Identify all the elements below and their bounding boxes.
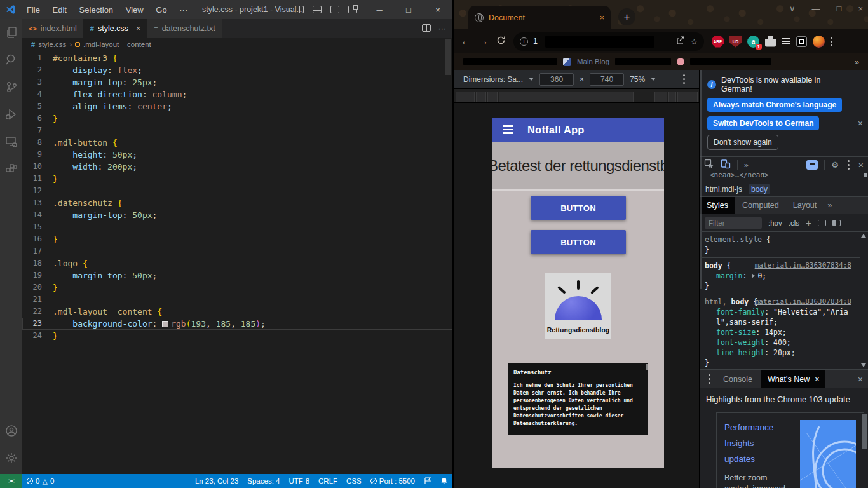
remote-explorer-icon[interactable] xyxy=(4,135,18,151)
app-button-1[interactable]: BUTTON xyxy=(531,196,626,220)
drawer-menu-icon[interactable] xyxy=(709,378,710,380)
device-zoom-select[interactable]: 75% xyxy=(630,75,645,84)
new-tab-button[interactable]: + xyxy=(618,8,635,25)
menu-more[interactable]: ··· xyxy=(174,5,193,15)
minimize-button[interactable]: — xyxy=(812,4,820,13)
menu-edit[interactable]: Edit xyxy=(48,5,72,15)
bookmark-main-blog[interactable]: Main Blog xyxy=(577,58,609,65)
tab-whats-new[interactable]: What's New × xyxy=(761,370,826,388)
tab-layout[interactable]: Layout xyxy=(786,197,824,214)
tab-close-icon[interactable]: × xyxy=(600,13,604,22)
toggle-hover-button[interactable]: :hov xyxy=(768,219,782,227)
styles-filter-input[interactable] xyxy=(705,217,762,229)
tab-close-icon[interactable]: × xyxy=(136,24,140,33)
code-line[interactable]: 21 xyxy=(22,294,452,306)
close-button[interactable]: × xyxy=(858,4,863,13)
devtools-more-icon[interactable] xyxy=(848,164,850,166)
code-line[interactable]: 7 xyxy=(22,125,452,137)
hamburger-menu-icon[interactable] xyxy=(503,125,513,134)
code-line[interactable]: 12 xyxy=(22,185,452,197)
adblock-plus-icon[interactable]: ABP xyxy=(712,36,724,48)
browser-logo-icon[interactable] xyxy=(813,36,825,48)
problems-status[interactable]: 0 △ 0 xyxy=(22,477,58,485)
indentation[interactable]: Spaces: 4 xyxy=(243,477,284,485)
css-rule[interactable]: material.in…836307834:8html, body {font-… xyxy=(700,294,860,369)
run-debug-icon[interactable] xyxy=(4,107,18,124)
feedback-icon[interactable] xyxy=(419,477,436,485)
forward-icon[interactable]: → xyxy=(478,36,489,47)
more-tabs-icon[interactable]: » xyxy=(744,161,749,170)
bookmark-star-icon[interactable]: ☆ xyxy=(691,37,698,46)
bookmarks-overflow-icon[interactable]: » xyxy=(855,57,859,67)
code-line[interactable]: 1#container3 { xyxy=(22,52,452,64)
code-line[interactable]: 19 margin-top: 50px; xyxy=(22,269,452,281)
vscode-logo-icon[interactable] xyxy=(0,4,22,15)
site-info-icon[interactable]: i xyxy=(520,37,528,46)
dont-show-again-button[interactable]: Don't show again xyxy=(707,135,778,150)
menu-go[interactable]: Go xyxy=(151,5,172,15)
devtools-settings-icon[interactable]: ⚙ xyxy=(831,160,839,170)
share-icon[interactable] xyxy=(676,36,684,46)
stylesheet-link[interactable]: material.in…836307834:8 xyxy=(755,297,851,307)
code-line[interactable]: 10 width: 200px; xyxy=(22,161,452,173)
device-dimensions-select[interactable]: Dimensions: Sa... xyxy=(463,75,523,84)
language-mode[interactable]: CSS xyxy=(342,477,366,485)
code-line[interactable]: 16} xyxy=(22,233,452,245)
code-line[interactable]: 6} xyxy=(22,112,452,125)
style-property[interactable]: font-weight: 400; xyxy=(705,337,860,348)
expand-arrow-icon[interactable] xyxy=(752,273,755,278)
code-line[interactable]: 18.logo { xyxy=(22,257,452,269)
maximize-button[interactable]: □ xyxy=(394,0,423,19)
style-property[interactable]: font-size: 14px; xyxy=(705,327,860,337)
menu-selection[interactable]: Selection xyxy=(74,5,118,15)
close-button[interactable]: × xyxy=(423,0,452,19)
media-query-ruler[interactable] xyxy=(454,89,699,103)
encoding[interactable]: UTF-8 xyxy=(284,477,314,485)
tab-computed[interactable]: Computed xyxy=(735,197,786,214)
code-line[interactable]: 14 margin-top: 50px; xyxy=(22,209,452,221)
code-line[interactable]: 3 margin-top: 25px; xyxy=(22,76,452,88)
dark-mode-extension-icon[interactable] xyxy=(796,36,807,47)
more-actions-icon[interactable]: ··· xyxy=(438,24,447,33)
code-line[interactable]: 20} xyxy=(22,281,452,294)
chrome-menu-icon[interactable] xyxy=(831,41,832,43)
reload-icon[interactable] xyxy=(496,36,506,48)
notification-close-icon[interactable]: × xyxy=(858,118,863,128)
device-toolbar-toggle-icon[interactable] xyxy=(721,159,731,171)
maximize-button[interactable]: □ xyxy=(837,4,842,13)
tab-search-icon[interactable]: ∨ xyxy=(789,4,796,13)
minimize-button[interactable]: ─ xyxy=(365,0,394,19)
notifications-bell-icon[interactable] xyxy=(436,477,452,485)
code-line[interactable]: 15 xyxy=(22,221,452,233)
code-line[interactable]: 22.mdl-layout__content { xyxy=(22,306,452,318)
code-line[interactable]: 8.mdl-button { xyxy=(22,137,452,149)
match-language-button[interactable]: Always match Chrome's language xyxy=(707,98,842,112)
extensions-puzzle-icon[interactable] xyxy=(765,36,776,47)
breadcrumb-file[interactable]: style.css xyxy=(38,41,66,48)
new-style-rule-icon[interactable]: + xyxy=(806,217,811,228)
crumb-html[interactable]: html.mdl-js xyxy=(705,185,742,194)
scroll-up-icon[interactable] xyxy=(861,234,866,238)
more-tabs-icon[interactable]: » xyxy=(824,201,836,210)
code-line[interactable]: 24} xyxy=(22,330,452,342)
app-button-2[interactable]: BUTTON xyxy=(531,230,626,254)
devtools-close-icon[interactable]: × xyxy=(858,160,864,170)
playlist-icon[interactable] xyxy=(782,38,790,44)
css-rule[interactable]: element.style {} xyxy=(700,232,860,258)
tab-style-css[interactable]: # style.css × xyxy=(84,19,147,38)
style-property[interactable]: line-height: 20px; xyxy=(705,348,860,358)
scroll-down-icon[interactable] xyxy=(861,363,866,367)
menu-file[interactable]: File xyxy=(22,5,45,15)
feedback-icon[interactable] xyxy=(806,160,818,170)
explorer-icon[interactable] xyxy=(4,25,18,42)
inspect-element-icon[interactable] xyxy=(704,159,714,171)
card-title-link[interactable]: Performance Insights updates xyxy=(724,420,785,468)
elements-scrollbar[interactable] xyxy=(864,173,867,177)
rendering-emulations-icon[interactable] xyxy=(818,220,826,226)
menu-view[interactable]: View xyxy=(121,5,149,15)
drawer-close-icon[interactable]: × xyxy=(858,374,863,384)
device-toolbar-more-icon[interactable] xyxy=(683,78,685,80)
sidebar-toggle-icon[interactable] xyxy=(832,220,841,226)
style-property[interactable]: margin: 0; xyxy=(705,271,860,281)
code-line[interactable]: 9 height: 50px; xyxy=(22,149,452,161)
